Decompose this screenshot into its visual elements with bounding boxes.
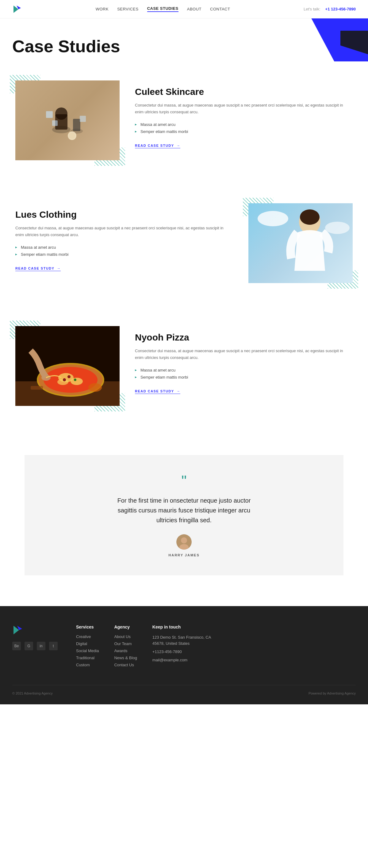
footer-contact-col: Keep in touch 123 Demo St. San Fransisco… bbox=[153, 624, 211, 670]
testimonial-author: HARRY JAMES bbox=[49, 553, 319, 557]
testimonial-box: " For the first time in onsectetur neque… bbox=[25, 455, 343, 576]
arrow-icon-2: → bbox=[57, 267, 61, 270]
logo[interactable] bbox=[12, 4, 22, 14]
svg-point-31 bbox=[181, 537, 187, 544]
svg-point-11 bbox=[69, 133, 75, 139]
case-clothing-content: Lues Clothing Consectetur dui massa, at … bbox=[15, 203, 233, 271]
case-pizza-cta[interactable]: READ CASE STUDY → bbox=[135, 389, 180, 394]
testimonial-quote: For the first time in onsectetur neque j… bbox=[107, 496, 261, 525]
nav-services[interactable]: SERVICES bbox=[117, 7, 139, 11]
social-behance[interactable]: Be bbox=[12, 642, 21, 650]
case-skincare-image-wrap bbox=[15, 81, 120, 160]
footer-link-about[interactable]: About Us bbox=[114, 634, 137, 639]
case-pizza-bullets: Massa at amet arcu Semper etiam mattis m… bbox=[135, 367, 353, 381]
footer-email: mail@example.com bbox=[153, 657, 211, 663]
arrow-icon: → bbox=[177, 144, 180, 147]
svg-rect-6 bbox=[73, 119, 80, 131]
nav-about[interactable]: ABOUT bbox=[187, 7, 201, 11]
footer-link-team[interactable]: Our Team bbox=[114, 642, 137, 646]
page-title: Case Studies bbox=[12, 37, 135, 56]
footer-bottom: © 2021 Advertising Agency Powered by Adv… bbox=[12, 685, 356, 695]
hero-section: Case Studies bbox=[0, 19, 368, 68]
svg-point-15 bbox=[325, 222, 349, 234]
nav-case-studies[interactable]: CASE STUDIES bbox=[147, 6, 178, 12]
case-pizza-image bbox=[15, 326, 120, 406]
social-linkedin[interactable]: in bbox=[37, 642, 45, 650]
testimonial-avatar bbox=[176, 534, 192, 550]
case-clothing-inner: Lues Clothing Consectetur dui massa, at … bbox=[15, 203, 353, 283]
svg-rect-9 bbox=[52, 120, 58, 126]
case-skincare-cta[interactable]: READ CASE STUDY → bbox=[135, 144, 180, 148]
case-pizza-bullet-1: Massa at amet arcu bbox=[135, 367, 353, 374]
case-clothing-image bbox=[248, 203, 353, 283]
hero-decoration bbox=[301, 19, 368, 67]
footer-link-creative[interactable]: Creative bbox=[76, 634, 99, 639]
nav-links: WORK SERVICES CASE STUDIES ABOUT CONTACT bbox=[96, 6, 230, 12]
footer-social-links: Be G in t bbox=[12, 642, 58, 650]
svg-rect-8 bbox=[80, 116, 86, 122]
case-skincare: Culeet Skincare Consectetur dui massa, a… bbox=[0, 68, 368, 179]
nav-right: Let's talk: +1 123-456-7890 bbox=[304, 7, 356, 11]
case-skincare-desc: Consectetur dui massa, at augue maecenas… bbox=[135, 102, 353, 116]
footer-logo-icon bbox=[12, 624, 23, 636]
testimonial-section: " For the first time in onsectetur neque… bbox=[0, 424, 368, 606]
svg-point-26 bbox=[63, 378, 66, 381]
case-clothing-bullets: Massa at amet arcu Semper etiam mattis m… bbox=[15, 244, 233, 258]
social-google[interactable]: G bbox=[25, 642, 33, 650]
case-skincare-content: Culeet Skincare Consectetur dui massa, a… bbox=[135, 81, 353, 148]
svg-point-13 bbox=[300, 209, 320, 225]
case-pizza-content: Nyooh Pizza Consectetur dui massa, at au… bbox=[135, 326, 353, 394]
svg-point-4 bbox=[55, 107, 67, 120]
case-skincare-inner: Culeet Skincare Consectetur dui massa, a… bbox=[15, 81, 353, 160]
footer-address: 123 Demo St. San Fransisco, CA45678, Uni… bbox=[153, 634, 211, 647]
case-clothing-cta[interactable]: READ CASE STUDY → bbox=[15, 267, 61, 271]
nav-contact[interactable]: CONTACT bbox=[210, 7, 230, 11]
navigation: WORK SERVICES CASE STUDIES ABOUT CONTACT… bbox=[0, 0, 368, 19]
svg-rect-7 bbox=[46, 111, 53, 118]
case-clothing: Lues Clothing Consectetur dui massa, at … bbox=[0, 179, 368, 302]
case-clothing-bullet-2: Semper etiam mattis morbi bbox=[15, 251, 233, 258]
quote-icon: " bbox=[49, 473, 319, 488]
social-twitter[interactable]: t bbox=[49, 642, 58, 650]
nav-work[interactable]: WORK bbox=[96, 7, 108, 11]
svg-point-25 bbox=[74, 379, 76, 381]
case-skincare-image bbox=[15, 81, 120, 160]
footer-powered: Powered by Advertising Agency bbox=[308, 691, 356, 695]
footer-agency-col: Agency About Us Our Team Awards News & B… bbox=[114, 624, 137, 670]
footer-link-news[interactable]: News & Blog bbox=[114, 655, 137, 660]
footer-agency-title: Agency bbox=[114, 624, 137, 629]
footer-link-custom[interactable]: Custom bbox=[76, 662, 99, 667]
svg-point-24 bbox=[67, 375, 70, 378]
footer-link-social-media[interactable]: Social Media bbox=[76, 648, 99, 653]
case-pizza-bullet-2: Semper etiam mattis morbi bbox=[135, 374, 353, 381]
case-pizza-inner: Nyooh Pizza Consectetur dui massa, at au… bbox=[15, 326, 353, 406]
footer-services-title: Services bbox=[76, 624, 99, 629]
footer-contact-title: Keep in touch bbox=[153, 624, 211, 629]
footer-phone: +1123-456-7890 bbox=[153, 649, 211, 655]
case-clothing-desc: Consectetur dui massa, at augue maecenas… bbox=[15, 225, 233, 238]
footer-link-contact[interactable]: Contact Us bbox=[114, 662, 137, 667]
case-clothing-bullet-1: Massa at amet arcu bbox=[15, 244, 233, 251]
svg-point-28 bbox=[88, 383, 102, 392]
phone-link[interactable]: +1 123-456-7890 bbox=[325, 7, 356, 11]
lets-talk-label: Let's talk: bbox=[304, 7, 321, 11]
case-clothing-title: Lues Clothing bbox=[15, 209, 233, 220]
case-skincare-title: Culeet Skincare bbox=[135, 87, 353, 97]
svg-rect-29 bbox=[31, 386, 43, 390]
footer-link-digital[interactable]: Digital bbox=[76, 642, 99, 646]
svg-point-14 bbox=[258, 211, 288, 226]
arrow-icon-3: → bbox=[177, 389, 180, 393]
case-pizza: Nyooh Pizza Consectetur dui massa, at au… bbox=[0, 302, 368, 424]
footer-link-awards[interactable]: Awards bbox=[114, 648, 137, 653]
case-clothing-image-wrap bbox=[248, 203, 353, 283]
case-skincare-bullets: Massa at amet arcu Semper etiam mattis m… bbox=[135, 121, 353, 135]
case-skincare-bullet-2: Semper etiam mattis morbi bbox=[135, 128, 353, 135]
case-pizza-image-wrap bbox=[15, 326, 120, 406]
footer-columns: Services Creative Digital Social Media T… bbox=[76, 624, 356, 670]
svg-point-22 bbox=[70, 378, 83, 385]
footer-copyright: © 2021 Advertising Agency bbox=[12, 691, 53, 695]
footer: Be G in t Services Creative Digital Soci… bbox=[0, 606, 368, 704]
footer-top: Be G in t Services Creative Digital Soci… bbox=[12, 624, 356, 670]
footer-services-col: Services Creative Digital Social Media T… bbox=[76, 624, 99, 670]
footer-link-traditional[interactable]: Traditional bbox=[76, 655, 99, 660]
